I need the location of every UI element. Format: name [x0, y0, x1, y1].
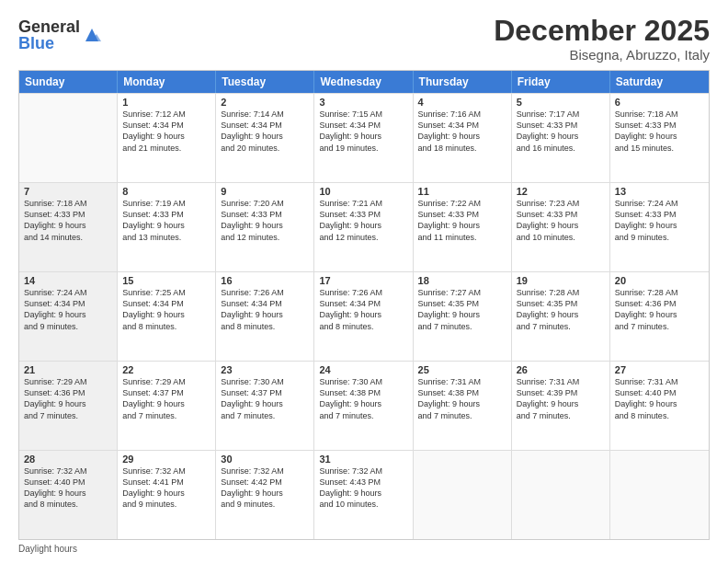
calendar-row-1: 1Sunrise: 7:12 AM Sunset: 4:34 PM Daylig…	[19, 93, 709, 182]
day-cell-4: 4Sunrise: 7:16 AM Sunset: 4:34 PM Daylig…	[414, 94, 512, 182]
day-cell-26: 26Sunrise: 7:31 AM Sunset: 4:39 PM Dayli…	[512, 362, 610, 450]
header-day-friday: Friday	[512, 71, 610, 93]
day-number: 30	[221, 454, 309, 465]
day-cell-16: 16Sunrise: 7:26 AM Sunset: 4:34 PM Dayli…	[216, 272, 314, 361]
day-number: 2	[221, 97, 309, 108]
day-cell-18: 18Sunrise: 7:27 AM Sunset: 4:35 PM Dayli…	[414, 272, 512, 361]
day-cell-21: 21Sunrise: 7:29 AM Sunset: 4:36 PM Dayli…	[19, 362, 118, 450]
day-number: 8	[122, 186, 210, 197]
day-cell-15: 15Sunrise: 7:25 AM Sunset: 4:34 PM Dayli…	[118, 272, 216, 361]
logo-text: General Blue	[18, 18, 80, 52]
day-cell-6: 6Sunrise: 7:18 AM Sunset: 4:33 PM Daylig…	[610, 94, 709, 182]
header-day-saturday: Saturday	[610, 71, 709, 93]
day-cell-20: 20Sunrise: 7:28 AM Sunset: 4:36 PM Dayli…	[610, 272, 709, 361]
day-number: 25	[418, 364, 506, 375]
day-cell-29: 29Sunrise: 7:32 AM Sunset: 4:41 PM Dayli…	[118, 451, 216, 539]
day-cell-31: 31Sunrise: 7:32 AM Sunset: 4:43 PM Dayli…	[314, 451, 413, 539]
day-cell-empty	[414, 451, 512, 539]
header-day-tuesday: Tuesday	[216, 71, 314, 93]
header-day-thursday: Thursday	[414, 71, 512, 93]
day-info: Sunrise: 7:30 AM Sunset: 4:38 PM Dayligh…	[319, 376, 407, 421]
day-number: 24	[319, 364, 407, 375]
day-info: Sunrise: 7:17 AM Sunset: 4:33 PM Dayligh…	[517, 109, 605, 154]
calendar-body: 1Sunrise: 7:12 AM Sunset: 4:34 PM Daylig…	[19, 93, 709, 539]
calendar-row-2: 7Sunrise: 7:18 AM Sunset: 4:33 PM Daylig…	[19, 182, 709, 271]
day-info: Sunrise: 7:18 AM Sunset: 4:33 PM Dayligh…	[615, 109, 704, 154]
day-info: Sunrise: 7:32 AM Sunset: 4:40 PM Dayligh…	[24, 465, 112, 511]
day-number: 10	[319, 186, 407, 197]
day-info: Sunrise: 7:26 AM Sunset: 4:34 PM Dayligh…	[221, 287, 309, 332]
day-info: Sunrise: 7:31 AM Sunset: 4:39 PM Dayligh…	[517, 376, 605, 421]
day-info: Sunrise: 7:31 AM Sunset: 4:38 PM Dayligh…	[418, 376, 506, 421]
day-number: 28	[24, 454, 112, 465]
day-cell-2: 2Sunrise: 7:14 AM Sunset: 4:34 PM Daylig…	[216, 94, 314, 182]
day-number: 4	[418, 97, 506, 108]
day-cell-13: 13Sunrise: 7:24 AM Sunset: 4:33 PM Dayli…	[610, 183, 709, 271]
day-info: Sunrise: 7:21 AM Sunset: 4:33 PM Dayligh…	[319, 198, 407, 243]
day-cell-empty	[512, 451, 610, 539]
day-cell-8: 8Sunrise: 7:19 AM Sunset: 4:33 PM Daylig…	[118, 183, 216, 271]
calendar: SundayMondayTuesdayWednesdayThursdayFrid…	[18, 70, 710, 540]
footer-note: Daylight hours	[18, 544, 710, 554]
day-number: 14	[24, 275, 112, 286]
day-info: Sunrise: 7:32 AM Sunset: 4:41 PM Dayligh…	[122, 465, 210, 511]
day-cell-14: 14Sunrise: 7:24 AM Sunset: 4:34 PM Dayli…	[19, 272, 118, 361]
day-cell-12: 12Sunrise: 7:23 AM Sunset: 4:33 PM Dayli…	[512, 183, 610, 271]
day-number: 29	[122, 454, 210, 465]
title-block: December 2025 Bisegna, Abruzzo, Italy	[494, 15, 710, 63]
day-cell-28: 28Sunrise: 7:32 AM Sunset: 4:40 PM Dayli…	[19, 451, 118, 539]
header: General Blue December 2025 Bisegna, Abru…	[18, 15, 710, 63]
day-info: Sunrise: 7:27 AM Sunset: 4:35 PM Dayligh…	[418, 287, 506, 332]
day-cell-24: 24Sunrise: 7:30 AM Sunset: 4:38 PM Dayli…	[314, 362, 413, 450]
day-info: Sunrise: 7:23 AM Sunset: 4:33 PM Dayligh…	[517, 198, 605, 243]
day-cell-7: 7Sunrise: 7:18 AM Sunset: 4:33 PM Daylig…	[19, 183, 118, 271]
logo: General Blue	[18, 18, 102, 52]
day-info: Sunrise: 7:26 AM Sunset: 4:34 PM Dayligh…	[319, 287, 407, 332]
day-info: Sunrise: 7:15 AM Sunset: 4:34 PM Dayligh…	[319, 109, 407, 154]
day-cell-empty	[610, 451, 709, 539]
day-info: Sunrise: 7:19 AM Sunset: 4:33 PM Dayligh…	[122, 198, 210, 243]
header-day-monday: Monday	[118, 71, 216, 93]
month-title: December 2025	[494, 15, 710, 47]
calendar-row-4: 21Sunrise: 7:29 AM Sunset: 4:36 PM Dayli…	[19, 361, 709, 450]
day-info: Sunrise: 7:29 AM Sunset: 4:37 PM Dayligh…	[122, 376, 210, 421]
day-cell-10: 10Sunrise: 7:21 AM Sunset: 4:33 PM Dayli…	[314, 183, 413, 271]
day-number: 13	[615, 186, 704, 197]
day-number: 19	[517, 275, 605, 286]
header-day-sunday: Sunday	[19, 71, 118, 93]
day-info: Sunrise: 7:25 AM Sunset: 4:34 PM Dayligh…	[122, 287, 210, 332]
day-number: 16	[221, 275, 309, 286]
day-cell-30: 30Sunrise: 7:32 AM Sunset: 4:42 PM Dayli…	[216, 451, 314, 539]
day-number: 5	[517, 97, 605, 108]
day-number: 17	[319, 275, 407, 286]
day-cell-23: 23Sunrise: 7:30 AM Sunset: 4:37 PM Dayli…	[216, 362, 314, 450]
day-cell-1: 1Sunrise: 7:12 AM Sunset: 4:34 PM Daylig…	[118, 94, 216, 182]
day-info: Sunrise: 7:30 AM Sunset: 4:37 PM Dayligh…	[221, 376, 309, 421]
logo-blue: Blue	[18, 35, 80, 52]
day-info: Sunrise: 7:24 AM Sunset: 4:34 PM Dayligh…	[24, 287, 112, 332]
day-cell-empty	[19, 94, 118, 182]
subtitle: Bisegna, Abruzzo, Italy	[494, 47, 710, 63]
day-number: 1	[122, 97, 210, 108]
day-info: Sunrise: 7:28 AM Sunset: 4:36 PM Dayligh…	[615, 287, 704, 332]
day-info: Sunrise: 7:28 AM Sunset: 4:35 PM Dayligh…	[517, 287, 605, 332]
day-number: 23	[221, 364, 309, 375]
day-cell-9: 9Sunrise: 7:20 AM Sunset: 4:33 PM Daylig…	[216, 183, 314, 271]
day-info: Sunrise: 7:16 AM Sunset: 4:34 PM Dayligh…	[418, 109, 506, 154]
day-number: 12	[517, 186, 605, 197]
logo-icon	[82, 25, 102, 45]
day-cell-22: 22Sunrise: 7:29 AM Sunset: 4:37 PM Dayli…	[118, 362, 216, 450]
day-cell-17: 17Sunrise: 7:26 AM Sunset: 4:34 PM Dayli…	[314, 272, 413, 361]
day-cell-3: 3Sunrise: 7:15 AM Sunset: 4:34 PM Daylig…	[314, 94, 413, 182]
day-number: 20	[615, 275, 704, 286]
day-number: 3	[319, 97, 407, 108]
day-info: Sunrise: 7:32 AM Sunset: 4:42 PM Dayligh…	[221, 465, 309, 511]
calendar-row-5: 28Sunrise: 7:32 AM Sunset: 4:40 PM Dayli…	[19, 450, 709, 539]
day-number: 26	[517, 364, 605, 375]
day-number: 7	[24, 186, 112, 197]
day-info: Sunrise: 7:32 AM Sunset: 4:43 PM Dayligh…	[319, 465, 407, 511]
day-number: 22	[122, 364, 210, 375]
page: General Blue December 2025 Bisegna, Abru…	[0, 0, 728, 563]
day-number: 6	[615, 97, 704, 108]
day-number: 27	[615, 364, 704, 375]
